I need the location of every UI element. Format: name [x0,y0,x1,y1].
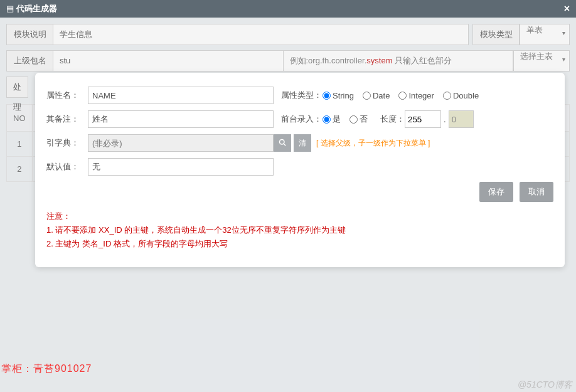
warn-head: 注意： [46,209,553,223]
cancel-button[interactable]: 取消 [520,182,553,202]
radio-no[interactable]: 否 [349,114,368,125]
dict-clear-button[interactable]: 清 [294,134,311,152]
save-button[interactable]: 保存 [479,182,513,202]
dict-hint: [ 选择父级，子一级作为下拉菜单 ] [316,138,430,149]
radio-string[interactable]: String [323,91,354,100]
entry-label: 前台录入： [281,114,323,125]
default-input[interactable] [88,158,274,176]
warn-line-2: 2. 主键为 类名_ID 格式，所有字段的字母均用大写 [46,237,553,251]
search-icon [279,139,286,146]
svg-line-1 [284,144,285,146]
close-icon[interactable]: × [564,0,570,18]
warn-line-1: 1. 请不要添加 XX_ID 的主键，系统自动生成一个32位无序不重复字符序列作… [46,223,553,237]
svg-point-0 [280,139,285,144]
radio-date[interactable]: Date [363,91,390,100]
dict-input[interactable] [88,134,274,152]
warning-block: 注意： 1. 请不要添加 XX_ID 的主键，系统自动生成一个32位无序不重复字… [46,209,553,251]
default-label: 默认值： [46,161,88,172]
page-body: 模块说明 学生信息 模块类型 单表 上级包名 stu 例如:org.fh.con… [0,18,576,392]
length-dot: . [444,115,446,124]
radio-integer[interactable]: Integer [398,91,434,100]
attr-name-label: 属性名： [46,90,88,101]
dict-search-button[interactable] [274,134,291,152]
window-titlebar: ▤代码生成器 × [0,0,576,18]
length-decimal-input [449,110,474,128]
attr-name-input[interactable] [88,87,274,104]
window-title: 代码生成器 [16,4,57,13]
radio-double[interactable]: Double [443,91,479,100]
attribute-modal: 属性名： 属性类型： String Date Integer Double 其备… [35,73,565,267]
window-icon: ▤ [6,4,14,13]
length-input[interactable] [405,110,441,128]
radio-yes[interactable]: 是 [323,114,341,125]
dict-label: 引字典： [46,137,88,149]
entry-group: 是 否 [323,114,368,125]
attr-type-group: String Date Integer Double [323,91,479,100]
remark-input[interactable] [88,110,274,128]
length-label: 长度： [380,114,405,125]
attr-type-label: 属性类型： [281,90,323,101]
remark-label: 其备注： [46,114,88,125]
